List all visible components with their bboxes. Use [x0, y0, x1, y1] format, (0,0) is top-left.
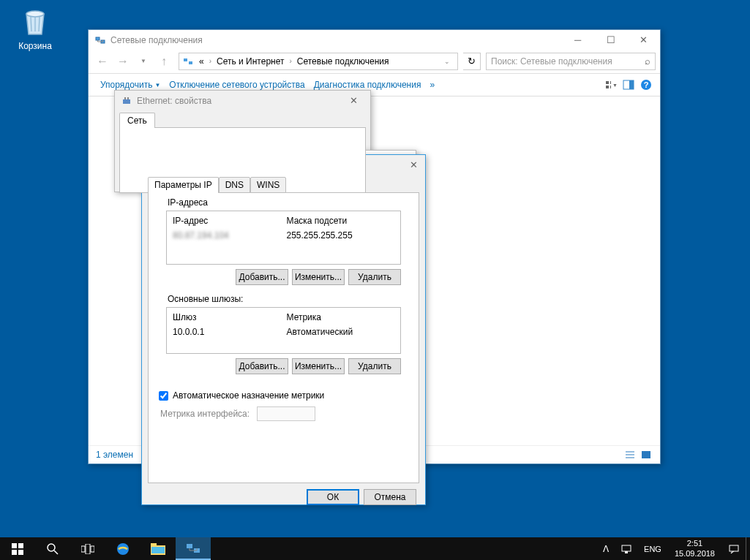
close-button[interactable]: ✕: [627, 30, 660, 50]
ok-button[interactable]: ОК: [307, 489, 359, 505]
svg-rect-18: [124, 97, 126, 99]
ip-addresses-list[interactable]: IP-адрес 80.87.194.104 Маска подсети 255…: [166, 211, 401, 265]
gw-delete-button[interactable]: Удалить: [348, 358, 401, 374]
cmd-diagnose[interactable]: Диагностика подключения: [310, 80, 426, 90]
show-desktop-button[interactable]: [746, 537, 750, 560]
tray-network-icon[interactable]: [615, 537, 638, 560]
crumb-root[interactable]: Сеть и Интернет: [214, 56, 286, 67]
gateway-value[interactable]: 10.0.0.1: [170, 324, 284, 340]
col-header-metric: Метрика: [284, 311, 398, 324]
task-view-button[interactable]: [70, 537, 105, 560]
ip-delete-button[interactable]: Удалить: [348, 269, 401, 285]
tab-ip-params[interactable]: Параметры IP: [148, 177, 219, 193]
help-button[interactable]: ?: [640, 78, 653, 91]
gateway-metric-value[interactable]: Автоматический: [284, 324, 398, 340]
up-button[interactable]: ↑: [154, 52, 173, 71]
svg-rect-21: [18, 543, 23, 548]
chevron-down-icon: ▼: [154, 82, 160, 88]
chevron-right-icon: ›: [286, 57, 294, 65]
ip-edit-button[interactable]: Изменить...: [292, 269, 345, 285]
svg-rect-1: [96, 37, 100, 40]
cmd-disable[interactable]: Отключение сетевого устройства: [165, 80, 309, 90]
subnet-mask-value[interactable]: 255.255.255.255: [284, 227, 398, 243]
svg-rect-32: [151, 547, 165, 553]
col-header-gateway: Шлюз: [170, 311, 284, 324]
panel-icon: [182, 56, 194, 67]
tray-language[interactable]: ENG: [638, 537, 667, 560]
ip-addresses-group: IP-адреса IP-адрес 80.87.194.104 Маска п…: [159, 203, 408, 292]
svg-point-0: [26, 11, 44, 17]
interface-metric-input: [257, 406, 315, 421]
desktop: Корзина Сетевые подключения ─ ☐ ✕ ← → ▼ …: [0, 0, 750, 537]
back-button[interactable]: ←: [93, 52, 112, 71]
maximize-button[interactable]: ☐: [594, 30, 627, 50]
svg-rect-26: [81, 546, 85, 552]
svg-rect-16: [642, 451, 650, 458]
network-icon: [94, 34, 106, 46]
chevron-right-icon: ›: [206, 57, 214, 65]
refresh-button[interactable]: ↻: [463, 53, 481, 70]
minimize-button[interactable]: ─: [561, 30, 594, 50]
group-label: IP-адреса: [165, 197, 211, 208]
auto-metric-label: Автоматическое назначение метрики: [173, 390, 324, 401]
tabs: Параметры IP DNS WINS: [148, 177, 419, 193]
adapter-icon: [121, 95, 132, 107]
gw-add-button[interactable]: Добавить...: [236, 358, 288, 374]
clock-date: 15.09.2018: [675, 549, 715, 559]
search-icon: ⌕: [645, 56, 650, 67]
taskbar: ᐱ ENG 2:51 15.09.2018: [0, 537, 750, 560]
cmd-overflow[interactable]: »: [425, 80, 439, 90]
start-button[interactable]: [0, 537, 35, 560]
svg-rect-10: [629, 80, 634, 89]
crumb-first[interactable]: «: [197, 56, 206, 67]
col-header-ip: IP-адрес: [170, 214, 284, 227]
window-title: Ethernet: свойства: [137, 96, 211, 106]
ip-address-value[interactable]: 80.87.194.104: [170, 227, 284, 243]
window-title: Сетевые подключения: [110, 35, 203, 45]
close-button[interactable]: ✕: [337, 91, 370, 110]
svg-rect-28: [91, 546, 94, 552]
tab-wins[interactable]: WINS: [250, 177, 286, 193]
svg-rect-31: [151, 543, 157, 547]
nav-bar: ← → ▼ ↑ « › Сеть и Интернет › Сетевые по…: [89, 50, 660, 73]
tab-network[interactable]: Сеть: [119, 113, 155, 128]
large-icons-button[interactable]: [640, 448, 653, 461]
svg-rect-3: [184, 58, 187, 61]
tray-clock[interactable]: 2:51 15.09.2018: [667, 539, 722, 558]
clock-time: 2:51: [675, 539, 715, 548]
control-panel-button[interactable]: [176, 537, 211, 560]
action-center-button[interactable]: [722, 537, 746, 560]
history-dropdown[interactable]: ▼: [134, 52, 153, 71]
cmd-organize[interactable]: Упорядочить▼: [96, 80, 165, 90]
ip-add-button[interactable]: Добавить...: [236, 269, 288, 285]
titlebar[interactable]: Ethernet: свойства ✕: [115, 91, 370, 110]
tray-chevron[interactable]: ᐱ: [597, 537, 615, 560]
interface-metric-row: Метрика интерфейса:: [159, 406, 408, 421]
search-button[interactable]: [35, 537, 70, 560]
auto-metric-checkbox[interactable]: [159, 391, 168, 401]
crumb-current[interactable]: Сетевые подключения: [295, 56, 391, 67]
auto-metric-row[interactable]: Автоматическое назначение метрики: [159, 390, 408, 401]
forward-button[interactable]: →: [113, 52, 132, 71]
svg-rect-39: [625, 551, 628, 553]
svg-rect-17: [123, 99, 130, 104]
gateways-list[interactable]: Шлюз 10.0.0.1 Метрика Автоматический: [166, 307, 401, 354]
svg-rect-4: [189, 61, 192, 64]
gw-edit-button[interactable]: Изменить...: [292, 358, 345, 374]
titlebar[interactable]: Сетевые подключения ─ ☐ ✕: [89, 30, 660, 50]
breadcrumb[interactable]: « › Сеть и Интернет › Сетевые подключени…: [179, 53, 458, 70]
svg-rect-7: [606, 86, 609, 88]
preview-pane-button[interactable]: [622, 78, 635, 91]
tcpip-advanced-dialog: Дополнительные параметры TCP/IP ✕ Параме…: [141, 154, 426, 505]
recycle-bin[interactable]: Корзина: [7, 4, 63, 51]
cancel-button[interactable]: Отмена: [364, 489, 416, 505]
details-view-button[interactable]: [623, 448, 637, 461]
ie-button[interactable]: [105, 537, 140, 560]
breadcrumb-dropdown[interactable]: ⌄: [440, 58, 454, 65]
svg-rect-19: [127, 97, 129, 99]
search-input[interactable]: Поиск: Сетевые подключения ⌕: [486, 53, 656, 70]
explorer-button[interactable]: [140, 537, 176, 560]
tab-dns[interactable]: DNS: [219, 177, 250, 193]
view-button[interactable]: ▼: [604, 78, 618, 91]
close-button[interactable]: ✕: [402, 155, 425, 175]
